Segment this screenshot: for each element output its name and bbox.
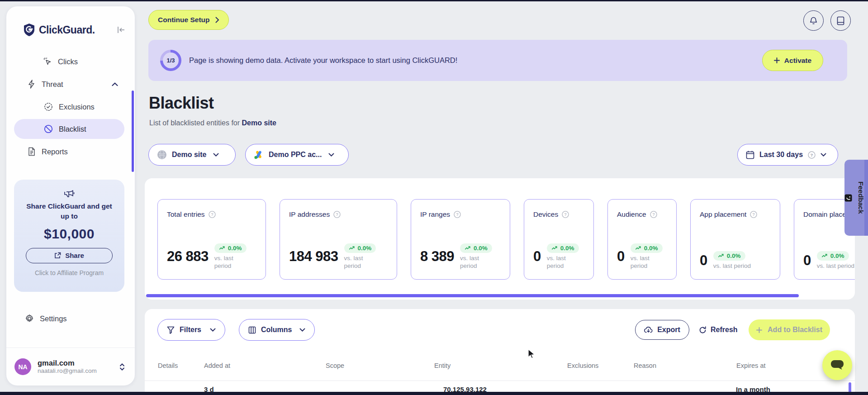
continue-setup-button[interactable]: Continue Setup: [148, 10, 229, 30]
svg-text:?: ?: [456, 212, 459, 217]
stat-card-ip-addresses: IP addresses ? 184 983 0.0% vs. last per…: [280, 199, 397, 280]
sidebar-item-exclusions[interactable]: Exclusions: [44, 98, 95, 116]
col-header-exclusions[interactable]: Exclusions: [567, 362, 598, 369]
chat-bubble-icon: [830, 359, 844, 371]
refresh-button[interactable]: Refresh: [699, 320, 738, 340]
book-icon: [837, 16, 844, 25]
sidebar-item-blacklist[interactable]: Blacklist: [14, 119, 124, 139]
top-edge-strip: [0, 0, 868, 1]
help-icon[interactable]: ?: [562, 211, 569, 218]
filters-dropdown[interactable]: Filters: [157, 319, 225, 341]
bottom-edge-strip: [0, 392, 868, 395]
columns-dropdown[interactable]: Columns: [239, 319, 315, 341]
date-range-value: Last 30 days: [759, 151, 803, 159]
setup-progress-text: 1/3: [163, 52, 179, 68]
col-header-entity[interactable]: Entity: [434, 362, 451, 369]
avatar: NA: [14, 358, 31, 375]
sidebar-item-label: Clicks: [58, 57, 78, 66]
trend-up-icon: [821, 253, 828, 258]
stat-label: Total entries: [167, 210, 205, 219]
chat-launcher-button[interactable]: [822, 350, 852, 380]
share-button[interactable]: Share: [26, 248, 113, 263]
help-icon[interactable]: ?: [454, 211, 461, 218]
calendar-icon: [746, 150, 754, 159]
stat-value: 0: [700, 252, 707, 269]
export-button[interactable]: Export: [635, 320, 689, 340]
banner-message: Page is showing demo data. Activate your…: [189, 40, 457, 81]
sidebar: ClickGuard. Clicks Threat Exclusions Bla…: [6, 6, 135, 385]
stat-card-devices: Devices ? 0 0.0% vs. last period: [524, 199, 594, 280]
page-title: Blacklist: [149, 94, 214, 113]
col-header-reason[interactable]: Reason: [634, 362, 656, 369]
date-range-select[interactable]: Last 30 days ?: [737, 144, 838, 166]
help-icon[interactable]: ?: [209, 211, 216, 218]
stat-delta: 0.0%: [830, 252, 844, 259]
chevron-down-icon: [821, 153, 826, 157]
col-header-scope[interactable]: Scope: [326, 362, 344, 369]
sidebar-item-settings[interactable]: Settings: [25, 309, 67, 328]
horizontal-scrollbar[interactable]: [146, 294, 799, 297]
page-subtitle: List of blacklisted entities for Demo si…: [149, 119, 276, 127]
add-to-blacklist-button[interactable]: Add to Blacklist: [749, 319, 830, 340]
col-header-added-at[interactable]: Added at: [204, 362, 230, 369]
stat-delta: 0.0%: [727, 252, 741, 259]
svg-text:?: ?: [211, 212, 213, 217]
chevron-right-icon: [215, 17, 219, 23]
chevron-down-icon: [299, 328, 305, 332]
col-header-expires-at[interactable]: Expires at: [736, 362, 765, 369]
blocked-icon: [44, 124, 53, 133]
stat-delta: 0.0%: [560, 245, 574, 252]
stat-card-total-entries: Total entries ? 26 883 0.0% vs. last per…: [157, 199, 266, 280]
badge-check-icon: [44, 102, 53, 111]
trend-up-icon: [465, 246, 471, 251]
bell-icon: [809, 16, 818, 25]
chevron-down-icon: [328, 153, 334, 157]
help-icon[interactable]: ?: [650, 211, 657, 218]
page-subtitle-site: Demo site: [242, 119, 276, 127]
account-switcher[interactable]: NA gmail.com naatali.ro@gmail.com: [6, 347, 135, 385]
feedback-tab[interactable]: Feedback: [844, 160, 868, 236]
cloud-download-icon: [644, 326, 653, 333]
sidebar-item-label: Reports: [42, 148, 68, 156]
stat-value: 0: [803, 252, 811, 269]
stat-card-app-placement: App placement ? 0 0.0% vs. last period: [690, 199, 780, 280]
sidebar-item-reports[interactable]: Reports: [28, 143, 68, 161]
plus-icon: [756, 327, 762, 333]
help-icon[interactable]: ?: [750, 211, 757, 218]
activate-button[interactable]: Activate: [762, 50, 823, 71]
filters-label: Filters: [180, 326, 201, 334]
trend-up-icon: [718, 253, 724, 258]
stat-value: 0: [617, 248, 625, 265]
user-email: naatali.ro@gmail.com: [38, 367, 97, 375]
svg-text:?: ?: [336, 212, 338, 217]
columns-label: Columns: [261, 326, 292, 334]
stat-vs-label: vs. last period: [460, 254, 486, 270]
gear-icon: [25, 314, 34, 323]
stats-panel: Total entries ? 26 883 0.0% vs. last per…: [145, 178, 855, 300]
stat-card-audience: Audience ? 0 0.0% vs. last period: [607, 199, 677, 280]
col-header-details[interactable]: Details: [158, 362, 178, 369]
svg-text:?: ?: [652, 212, 655, 217]
trend-up-icon: [635, 246, 641, 251]
sidebar-item-threat[interactable]: Threat: [28, 75, 118, 93]
sidebar-item-clicks[interactable]: Clicks: [43, 52, 78, 71]
share-button-label: Share: [65, 252, 84, 259]
promo-headline: Share ClickGuard and get up to: [25, 201, 114, 222]
setup-progress-ring: 1/3: [160, 50, 181, 71]
sidebar-collapse-icon[interactable]: [117, 26, 125, 33]
stat-vs-label: vs. last period: [631, 254, 657, 270]
site-select-value: Demo site: [172, 151, 206, 159]
docs-button[interactable]: [830, 10, 851, 31]
ppc-account-select[interactable]: Demo PPC ac...: [245, 144, 349, 166]
stat-value: 184 983: [289, 248, 338, 265]
stat-label: IP ranges: [420, 210, 450, 219]
notifications-button[interactable]: [803, 10, 824, 31]
site-select[interactable]: Demo site: [148, 144, 236, 166]
cursor-click-icon: [43, 57, 52, 66]
help-icon[interactable]: ?: [333, 211, 341, 218]
stat-card-ip-ranges: IP ranges ? 8 389 0.0% vs. last period: [411, 199, 510, 280]
sidebar-scrollbar[interactable]: [132, 90, 134, 172]
stat-delta: 0.0%: [474, 245, 488, 252]
chevron-up-icon: [112, 82, 118, 86]
stat-vs-label: vs. last period: [214, 254, 241, 270]
